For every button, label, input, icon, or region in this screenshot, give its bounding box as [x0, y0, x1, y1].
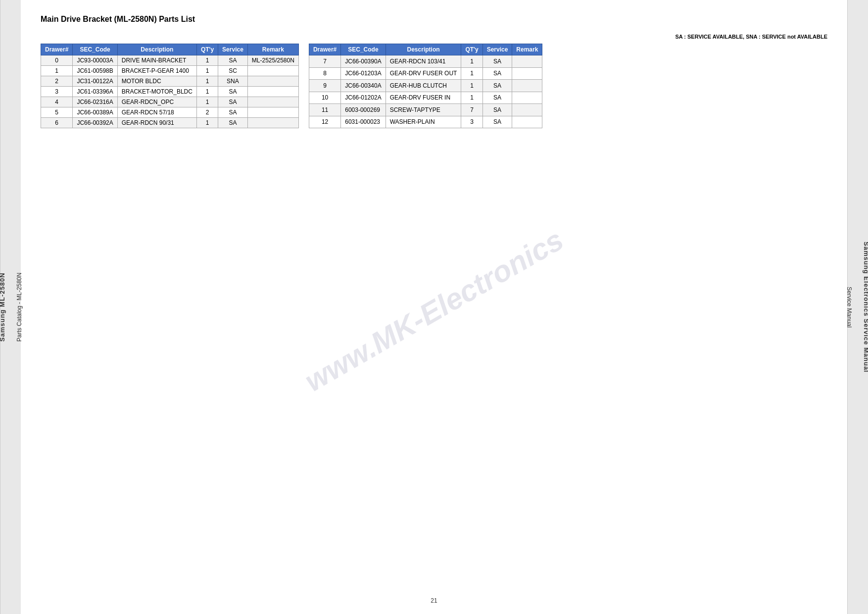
cell-qty: 2 [196, 107, 218, 118]
col-description-header: Description [117, 44, 196, 55]
table-row: 6 JC66-00392A GEAR-RDCN 90/31 1 SA [41, 118, 299, 128]
sa-note: SA : SERVICE AVAILABLE, SNA : SERVICE no… [41, 34, 827, 40]
cell-remark [247, 87, 298, 97]
cell-description: GEAR-HUB CLUTCH [386, 80, 461, 92]
cell-remark [247, 66, 298, 76]
cell-remark [512, 116, 542, 128]
sidebar-left-catalog: Parts Catalog - ML-2580N [16, 272, 23, 341]
cell-service: SA [218, 87, 248, 97]
table-row: 2 JC31-00122A MOTOR BLDC 1 SNA [41, 76, 299, 87]
col-description-header-r: Description [386, 44, 461, 55]
col-qty-header: QT'y [196, 44, 218, 55]
page-title: Main Drive Bracket (ML-2580N) Parts List [41, 15, 827, 24]
page-footer: 21 [41, 587, 827, 604]
cell-drawer: 8 [309, 67, 340, 80]
page-number: 21 [431, 597, 437, 604]
table-row: 12 6031-000023 WASHER-PLAIN 3 SA [309, 116, 542, 128]
cell-service: SA [482, 67, 512, 80]
table-row: 11 6003-000269 SCREW-TAPTYPE 7 SA [309, 104, 542, 116]
sidebar-right-manual: Service Manual [846, 287, 853, 328]
cell-sec-code: JC66-01202A [341, 92, 386, 104]
cell-qty: 1 [196, 66, 218, 76]
cell-qty: 1 [196, 97, 218, 107]
cell-description: GEAR-RDCN 103/41 [386, 55, 461, 68]
cell-remark [512, 55, 542, 68]
cell-service: SC [218, 66, 248, 76]
cell-description: WASHER-PLAIN [386, 116, 461, 128]
cell-description: GEAR-RDCN_OPC [117, 97, 196, 107]
cell-remark [512, 67, 542, 80]
sidebar-left: Samsung ML-2580N Parts Catalog - ML-2580… [0, 0, 21, 614]
col-sec-code-header-r: SEC_Code [341, 44, 386, 55]
col-service-header-r: Service [482, 44, 512, 55]
cell-sec-code: JC61-03396A [73, 87, 117, 97]
cell-description: GEAR-DRV FUSER IN [386, 92, 461, 104]
cell-service: SA [218, 118, 248, 128]
cell-sec-code: 6003-000269 [341, 104, 386, 116]
cell-drawer: 12 [309, 116, 340, 128]
cell-drawer: 0 [41, 55, 73, 66]
table-row: 5 JC66-00389A GEAR-RDCN 57/18 2 SA [41, 107, 299, 118]
cell-description: BRACKET-MOTOR_BLDC [117, 87, 196, 97]
cell-drawer: 1 [41, 66, 73, 76]
table-row: 10 JC66-01202A GEAR-DRV FUSER IN 1 SA [309, 92, 542, 104]
cell-service: SA [482, 55, 512, 68]
table-row: 1 JC61-00598B BRACKET-P-GEAR 1400 1 SC [41, 66, 299, 76]
cell-sec-code: 6031-000023 [341, 116, 386, 128]
col-remark-header: Remark [247, 44, 298, 55]
cell-sec-code: JC61-00598B [73, 66, 117, 76]
col-service-header: Service [218, 44, 248, 55]
cell-qty: 1 [196, 87, 218, 97]
cell-service: SA [482, 92, 512, 104]
cell-qty: 1 [461, 55, 482, 68]
cell-service: SA [218, 55, 248, 66]
cell-sec-code: JC31-00122A [73, 76, 117, 87]
cell-sec-code: JC66-00392A [73, 118, 117, 128]
cell-sec-code: JC66-02316A [73, 97, 117, 107]
cell-sec-code: JC93-00003A [73, 55, 117, 66]
cell-qty: 1 [461, 80, 482, 92]
cell-sec-code: JC66-00340A [341, 80, 386, 92]
cell-sec-code: JC66-00390A [341, 55, 386, 68]
cell-drawer: 6 [41, 118, 73, 128]
sidebar-left-model: Samsung ML-2580N [0, 272, 6, 342]
cell-drawer: 9 [309, 80, 340, 92]
table-row: 4 JC66-02316A GEAR-RDCN_OPC 1 SA [41, 97, 299, 107]
col-remark-header-r: Remark [512, 44, 542, 55]
cell-service: SA [482, 80, 512, 92]
cell-remark [247, 107, 298, 118]
cell-remark [512, 80, 542, 92]
cell-remark [512, 104, 542, 116]
cell-qty: 1 [461, 92, 482, 104]
cell-remark [247, 76, 298, 87]
cell-drawer: 7 [309, 55, 340, 68]
cell-qty: 3 [461, 116, 482, 128]
cell-description: SCREW-TAPTYPE [386, 104, 461, 116]
cell-service: SA [482, 104, 512, 116]
col-drawer-header-r: Drawer# [309, 44, 340, 55]
cell-description: GEAR-DRV FUSER OUT [386, 67, 461, 80]
cell-drawer: 10 [309, 92, 340, 104]
table-row: 9 JC66-00340A GEAR-HUB CLUTCH 1 SA [309, 80, 542, 92]
left-parts-table: Drawer# SEC_Code Description QT'y Servic… [41, 44, 299, 128]
cell-remark [247, 97, 298, 107]
cell-qty: 1 [196, 118, 218, 128]
table-row: 8 JC66-01203A GEAR-DRV FUSER OUT 1 SA [309, 67, 542, 80]
table-row: 0 JC93-00003A DRIVE MAIN-BRACKET 1 SA ML… [41, 55, 299, 66]
col-drawer-header: Drawer# [41, 44, 73, 55]
table-row: 3 JC61-03396A BRACKET-MOTOR_BLDC 1 SA [41, 87, 299, 97]
cell-description: BRACKET-P-GEAR 1400 [117, 66, 196, 76]
sidebar-right-brand: Samsung Electronics Service Manual [863, 242, 868, 372]
cell-service: SNA [218, 76, 248, 87]
cell-qty: 7 [461, 104, 482, 116]
cell-qty: 1 [196, 55, 218, 66]
cell-description: DRIVE MAIN-BRACKET [117, 55, 196, 66]
cell-drawer: 5 [41, 107, 73, 118]
content-wrapper: SA : SERVICE AVAILABLE, SNA : SERVICE no… [41, 34, 827, 587]
table-row: 7 JC66-00390A GEAR-RDCN 103/41 1 SA [309, 55, 542, 68]
col-sec-code-header: SEC_Code [73, 44, 117, 55]
cell-qty: 1 [196, 76, 218, 87]
cell-service: SA [218, 97, 248, 107]
watermark: www.MK-Electronics [299, 222, 570, 398]
cell-drawer: 2 [41, 76, 73, 87]
